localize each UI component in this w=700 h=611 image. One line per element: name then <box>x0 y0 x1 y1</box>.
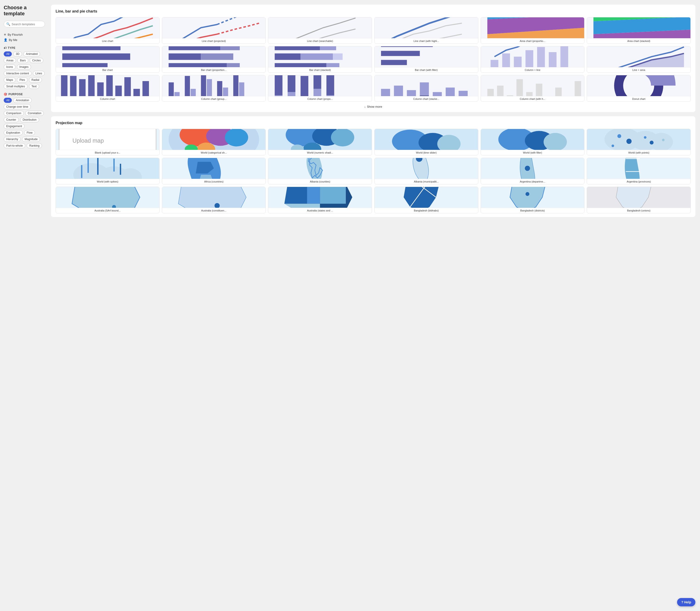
type-chip-lines[interactable]: Lines <box>33 71 45 76</box>
flourish-icon: ✳ <box>4 33 6 36</box>
type-chip-pies[interactable]: Pies <box>17 77 27 83</box>
svg-rect-100 <box>314 75 321 89</box>
purpose-chip-comparison[interactable]: Comparison <box>4 111 24 116</box>
purpose-chip-counter[interactable]: Counter <box>4 117 19 122</box>
purpose-chip-part-to-whole[interactable]: Part-to-whole <box>4 143 25 148</box>
svg-rect-52 <box>381 51 420 56</box>
purpose-section: 🎯 Purpose AllAnnotationChange over timeC… <box>4 93 45 148</box>
template-card-bar-filter[interactable]: Bar chart (with filter) <box>374 46 478 73</box>
template-label-map-bang-bib: Bangladesh (bibhabs) <box>375 208 478 213</box>
template-card-bar[interactable]: Bar chart <box>56 46 160 73</box>
svg-point-166 <box>617 134 622 138</box>
purpose-chip-exploration[interactable]: Exploration <box>4 130 23 135</box>
purpose-chip-flow[interactable]: Flow <box>24 130 35 135</box>
template-card-map-world-spikes[interactable]: World (with spikes) <box>56 158 160 184</box>
svg-rect-51 <box>381 46 433 47</box>
search-input[interactable] <box>12 23 42 26</box>
template-card-map-aus-sa4[interactable]: Australia (SA4 bound... <box>56 187 160 213</box>
template-thumb-column-group <box>162 75 266 96</box>
type-chip-maps[interactable]: Maps <box>4 77 16 83</box>
sidebar-item-by-flourish[interactable]: ✳ By Flourish <box>4 32 45 37</box>
template-card-map-world-points[interactable]: World (with points) <box>587 129 691 155</box>
template-card-line-projected[interactable]: Line chart (projected) <box>162 17 266 44</box>
template-label-line-highlight: Line chart (with highl... <box>375 38 478 44</box>
template-card-map-bang-bib[interactable]: Bangladesh (bibhabs) <box>374 187 478 213</box>
search-box[interactable]: 🔍 <box>4 21 45 27</box>
template-card-line-searchable[interactable]: Enter series to show Line chart (searcha… <box>268 17 372 44</box>
purpose-chip-annotation[interactable]: Annotation <box>13 98 31 103</box>
section-projection-map: Projection map Upload map Blank (upload … <box>51 116 695 217</box>
purpose-chip-distribution[interactable]: Distribution <box>20 117 39 122</box>
type-chip-radial[interactable]: Radial <box>29 77 42 83</box>
template-card-map-aus-const[interactable]: Australia (constituen... <box>162 187 266 213</box>
template-thumb-bar-proportion <box>162 46 266 67</box>
template-card-map-bang-unions[interactable]: Bangladesh (unions) <box>587 187 691 213</box>
type-chip-circles[interactable]: Circles <box>30 58 43 63</box>
template-card-column-line[interactable]: Column + line <box>481 46 585 73</box>
template-label-map-world-spikes: World (with spikes) <box>56 179 159 184</box>
purpose-chip-correlation[interactable]: Correlation <box>25 111 44 116</box>
help-button[interactable]: ? Help <box>677 598 695 606</box>
template-card-column[interactable]: Column chart <box>56 75 160 102</box>
svg-rect-121 <box>497 86 503 96</box>
svg-rect-43 <box>275 63 326 67</box>
template-thumb-map-world-filter <box>481 129 584 150</box>
purpose-chip-magnitude[interactable]: Magnitude <box>22 137 40 142</box>
show-more-btn-line-bar-pie[interactable]: ↓ Show more <box>364 105 382 108</box>
purpose-chip-engagement[interactable]: Engagement <box>4 124 25 129</box>
template-card-map-world-time[interactable]: ▶● 1965 World (time slider) <box>374 129 478 155</box>
type-chip-images[interactable]: Images <box>17 64 31 70</box>
sidebar-item-by-me[interactable]: 👤 By Me <box>4 37 45 43</box>
sidebar: Choose a template 🔍 ✳ By Flourish 👤 By M… <box>0 0 49 611</box>
template-card-column-prop[interactable]: Column chart (propo... <box>268 75 372 102</box>
svg-rect-73 <box>115 86 122 96</box>
template-thumb-donut <box>587 75 690 96</box>
template-thumb-map-bang-dist <box>481 187 584 208</box>
template-card-area-proportional[interactable]: Area chart (proportio... <box>481 17 585 44</box>
svg-point-170 <box>662 139 665 141</box>
type-chip-text[interactable]: Text <box>29 84 39 89</box>
template-card-map-argentina-prov[interactable]: Argentina (provinces) <box>587 158 691 184</box>
template-card-map-world-num[interactable]: World (numeric shadi... <box>268 129 372 155</box>
template-card-line-area[interactable]: Line + area <box>587 46 691 73</box>
template-card-map-world-filter[interactable]: World (with filter) <box>481 129 585 155</box>
template-card-line[interactable]: Line chart <box>56 17 160 44</box>
svg-rect-62 <box>549 52 556 67</box>
type-chip-small-multiples[interactable]: Small multiples <box>4 84 28 89</box>
template-card-map-blank[interactable]: Upload map Blank (upload your o... <box>56 129 160 155</box>
template-card-line-highlight[interactable]: Line chart (with highl... <box>374 17 478 44</box>
template-card-map-africa[interactable]: Africa (countries) <box>162 158 266 184</box>
template-card-map-argentina-dept[interactable]: Argentina (departme... <box>481 158 585 184</box>
purpose-chip-change-over-time[interactable]: Change over time <box>4 104 31 109</box>
purpose-chip-all[interactable]: All <box>4 98 12 103</box>
template-label-map-africa: Africa (countries) <box>162 179 266 184</box>
template-card-column-highlight[interactable]: Column chart (with h... <box>481 75 585 102</box>
type-chip-animated[interactable]: Animated <box>24 51 40 57</box>
svg-rect-19 <box>62 46 120 50</box>
type-chip-icons[interactable]: Icons <box>4 64 16 70</box>
type-chip-bars[interactable]: Bars <box>17 58 28 63</box>
svg-rect-58 <box>502 54 510 67</box>
template-card-bar-proportion[interactable]: Bar chart (proportion... <box>162 46 266 73</box>
purpose-chip-hierarchy[interactable]: Hierarchy <box>4 137 20 142</box>
template-thumb-map-argentina-dept <box>481 158 584 179</box>
svg-point-200 <box>525 192 529 196</box>
svg-point-186 <box>525 166 530 171</box>
template-card-donut[interactable]: Donut chart <box>587 75 691 102</box>
type-chip-interactive-content[interactable]: Interactive content <box>4 71 31 76</box>
template-card-map-albania-counties[interactable]: Albania (counties) <box>268 158 372 184</box>
template-card-column-group[interactable]: Column chart (group... <box>162 75 266 102</box>
type-chip-all[interactable]: All <box>4 51 12 57</box>
template-card-map-world-cat[interactable]: World (categorical sh... <box>162 129 266 155</box>
purpose-chip-ranking[interactable]: Ranking <box>27 143 42 148</box>
template-card-column-stacked[interactable]: Column chart (stacke... <box>374 75 478 102</box>
type-chip-3d[interactable]: 3D <box>13 51 22 57</box>
template-card-area-stacked[interactable]: Area chart (stacked) <box>587 17 691 44</box>
template-card-bar-stacked[interactable]: Bar chart (stacked) <box>268 46 372 73</box>
template-label-map-albania-muni: Albania (municipaliti... <box>375 179 478 184</box>
template-card-map-albania-muni[interactable]: Albania (municipaliti... <box>374 158 478 184</box>
template-card-map-bang-dist[interactable]: Bangladesh (districts) <box>481 187 585 213</box>
type-chip-areas[interactable]: Areas <box>4 58 16 63</box>
template-label-map-argentina-dept: Argentina (departme... <box>481 179 584 184</box>
template-card-map-aus-states[interactable]: Australia (states and ... <box>268 187 372 213</box>
